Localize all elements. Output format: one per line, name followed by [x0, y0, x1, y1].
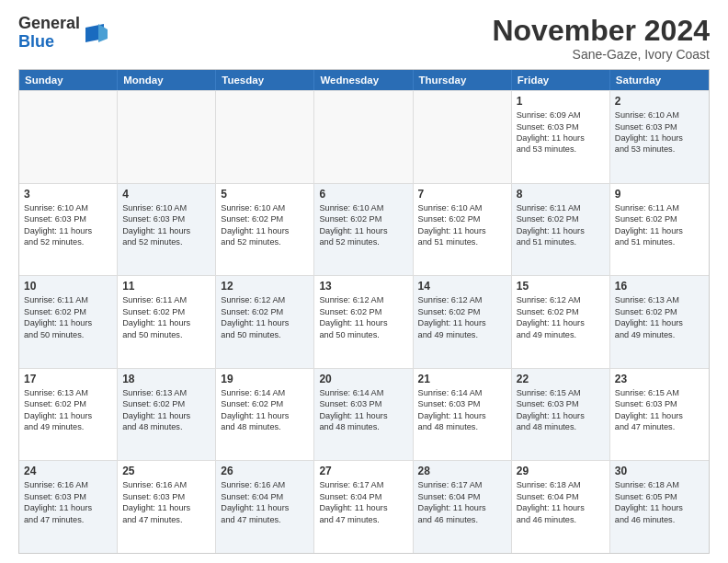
cell-info-line: Sunrise: 6:11 AM	[122, 294, 210, 305]
day-number: 1	[517, 95, 605, 108]
day-number: 22	[517, 373, 605, 385]
calendar-cell	[118, 91, 216, 183]
cell-info-line: Sunrise: 6:10 AM	[24, 202, 112, 213]
day-number: 29	[517, 465, 605, 477]
cell-info-line: Sunrise: 6:11 AM	[615, 202, 704, 213]
calendar-cell: 28Sunrise: 6:17 AMSunset: 6:04 PMDayligh…	[414, 461, 512, 553]
logo-icon	[82, 20, 108, 46]
cell-info-line: Sunset: 6:03 PM	[517, 121, 605, 132]
cell-info-line: Sunrise: 6:12 AM	[319, 294, 407, 305]
calendar-row: 24Sunrise: 6:16 AMSunset: 6:03 PMDayligh…	[19, 460, 709, 553]
cell-info-line: Sunset: 6:03 PM	[24, 491, 112, 502]
calendar-cell: 16Sunrise: 6:13 AMSunset: 6:02 PMDayligh…	[610, 276, 709, 368]
cell-info-line: and 52 minutes.	[319, 236, 407, 247]
cell-info-line: Daylight: 11 hours	[122, 502, 210, 513]
cell-info-line: and 52 minutes.	[122, 236, 210, 247]
header: General Blue November 2024 Sane-Gaze, Iv…	[18, 15, 710, 62]
cell-info-line: Sunrise: 6:17 AM	[418, 479, 506, 490]
calendar-cell: 7Sunrise: 6:10 AMSunset: 6:02 PMDaylight…	[414, 184, 512, 276]
cell-info-line: Daylight: 11 hours	[418, 225, 506, 236]
calendar-cell: 20Sunrise: 6:14 AMSunset: 6:03 PMDayligh…	[314, 369, 413, 461]
cell-info-line: Sunrise: 6:14 AM	[418, 387, 506, 398]
cell-info-line: Sunrise: 6:10 AM	[122, 202, 210, 213]
cell-info-line: Sunrise: 6:13 AM	[24, 387, 112, 398]
cell-info-line: Sunrise: 6:15 AM	[517, 387, 605, 398]
cell-info-line: and 53 minutes.	[517, 144, 605, 155]
cell-info-line: Sunset: 6:02 PM	[615, 306, 704, 317]
cell-info-line: Daylight: 11 hours	[418, 502, 506, 513]
cell-info-line: Sunrise: 6:09 AM	[517, 109, 605, 121]
calendar-cell: 22Sunrise: 6:15 AMSunset: 6:03 PMDayligh…	[512, 369, 610, 461]
cell-info-line: Sunset: 6:03 PM	[122, 213, 210, 224]
cell-info-line: Daylight: 11 hours	[615, 502, 704, 513]
cell-info-line: Sunset: 6:02 PM	[24, 306, 112, 317]
cell-info-line: and 50 minutes.	[319, 329, 407, 340]
cell-info-line: Daylight: 11 hours	[418, 317, 506, 328]
cell-info-line: Sunrise: 6:16 AM	[221, 479, 309, 490]
calendar-cell	[314, 91, 413, 183]
cell-info-line: and 49 minutes.	[418, 329, 506, 340]
cell-info-line: Sunrise: 6:18 AM	[615, 479, 704, 490]
cell-info-line: and 48 minutes.	[221, 421, 309, 432]
cell-info-line: Daylight: 11 hours	[221, 502, 309, 513]
calendar-header-cell: Thursday	[414, 70, 512, 90]
day-number: 2	[615, 95, 704, 108]
logo-text: General Blue	[18, 15, 80, 52]
calendar-cell	[216, 91, 314, 183]
day-number: 25	[122, 465, 210, 477]
calendar-cell: 17Sunrise: 6:13 AMSunset: 6:02 PMDayligh…	[19, 369, 118, 461]
page: General Blue November 2024 Sane-Gaze, Iv…	[0, 0, 728, 563]
day-number: 5	[221, 188, 309, 201]
calendar-cell: 19Sunrise: 6:14 AMSunset: 6:02 PMDayligh…	[216, 369, 314, 461]
day-number: 13	[319, 280, 407, 293]
cell-info-line: Daylight: 11 hours	[221, 317, 309, 328]
logo: General Blue	[18, 15, 108, 52]
cell-info-line: Daylight: 11 hours	[517, 132, 605, 144]
cell-info-line: Sunrise: 6:11 AM	[517, 202, 605, 213]
cell-info-line: Sunset: 6:03 PM	[24, 213, 112, 224]
day-number: 3	[24, 188, 112, 201]
cell-info-line: Sunrise: 6:10 AM	[221, 202, 309, 213]
calendar-cell	[414, 91, 512, 183]
cell-info-line: Daylight: 11 hours	[122, 317, 210, 328]
cell-info-line: Daylight: 11 hours	[517, 410, 605, 421]
cell-info-line: Daylight: 11 hours	[615, 225, 704, 236]
cell-info-line: and 51 minutes.	[418, 236, 506, 247]
calendar-cell: 18Sunrise: 6:13 AMSunset: 6:02 PMDayligh…	[118, 369, 216, 461]
cell-info-line: Daylight: 11 hours	[615, 132, 704, 144]
cell-info-line: and 51 minutes.	[615, 236, 704, 247]
cell-info-line: Sunset: 6:03 PM	[122, 491, 210, 502]
cell-info-line: Daylight: 11 hours	[122, 225, 210, 236]
cell-info-line: and 50 minutes.	[24, 329, 112, 340]
cell-info-line: Daylight: 11 hours	[221, 410, 309, 421]
cell-info-line: Sunset: 6:02 PM	[418, 213, 506, 224]
calendar-header: SundayMondayTuesdayWednesdayThursdayFrid…	[19, 70, 709, 90]
cell-info-line: and 53 minutes.	[615, 144, 704, 155]
cell-info-line: Sunset: 6:02 PM	[122, 306, 210, 317]
cell-info-line: Sunrise: 6:13 AM	[615, 294, 704, 305]
calendar-cell: 21Sunrise: 6:14 AMSunset: 6:03 PMDayligh…	[414, 369, 512, 461]
cell-info-line: and 48 minutes.	[517, 421, 605, 432]
svg-marker-1	[98, 24, 108, 42]
cell-info-line: Daylight: 11 hours	[517, 502, 605, 513]
calendar-row: 10Sunrise: 6:11 AMSunset: 6:02 PMDayligh…	[19, 275, 709, 368]
calendar-row: 3Sunrise: 6:10 AMSunset: 6:03 PMDaylight…	[19, 183, 709, 276]
cell-info-line: and 46 minutes.	[517, 514, 605, 525]
cell-info-line: and 47 minutes.	[24, 514, 112, 525]
logo-general: General	[18, 15, 80, 33]
cell-info-line: Sunset: 6:02 PM	[319, 306, 407, 317]
cell-info-line: Sunset: 6:02 PM	[615, 213, 704, 224]
calendar-header-cell: Sunday	[19, 70, 118, 90]
cell-info-line: Daylight: 11 hours	[319, 410, 407, 421]
cell-info-line: Daylight: 11 hours	[221, 225, 309, 236]
cell-info-line: and 49 minutes.	[615, 329, 704, 340]
day-number: 6	[319, 188, 407, 201]
cell-info-line: Daylight: 11 hours	[24, 410, 112, 421]
cell-info-line: Sunset: 6:02 PM	[319, 213, 407, 224]
cell-info-line: Sunrise: 6:16 AM	[122, 479, 210, 490]
cell-info-line: Daylight: 11 hours	[24, 502, 112, 513]
day-number: 28	[418, 465, 506, 477]
calendar-cell: 15Sunrise: 6:12 AMSunset: 6:02 PMDayligh…	[512, 276, 610, 368]
cell-info-line: and 48 minutes.	[122, 421, 210, 432]
cell-info-line: and 48 minutes.	[418, 421, 506, 432]
